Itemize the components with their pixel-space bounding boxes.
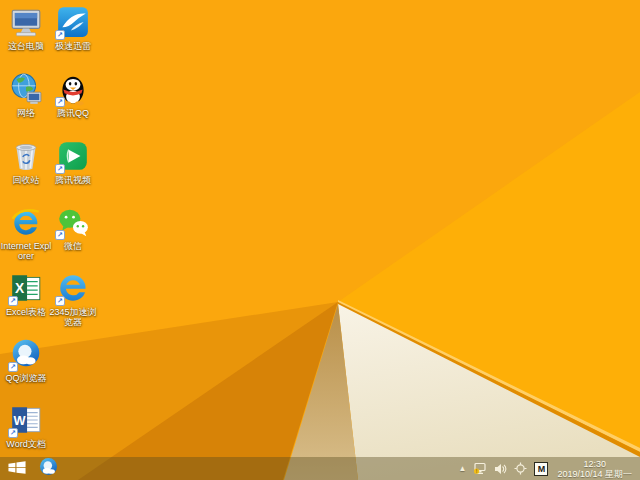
icon-label: 微信 [47, 241, 99, 251]
shortcut-arrow-icon: ↗ [8, 428, 18, 438]
shortcut-arrow-icon: ↗ [8, 296, 18, 306]
shortcut-arrow-icon: ↗ [55, 30, 65, 40]
desktop-icon-recycle-bin[interactable]: 回收站 [0, 139, 52, 185]
clock-date: 2019/10/14 星期一 [557, 469, 632, 479]
icon-label: Excel表格 [0, 307, 52, 317]
desktop-icon-qq-browser[interactable]: ↗ QQ浏览器 [0, 337, 52, 383]
volume-icon[interactable] [494, 463, 507, 475]
clock[interactable]: 12:30 2019/10/14 星期一 [555, 459, 634, 479]
desktop-icon-tencent-qq[interactable]: ↗ 腾讯QQ [47, 72, 99, 118]
desktop-icon-word[interactable]: W ↗ Word文档 [0, 403, 52, 449]
icon-label: 回收站 [0, 175, 52, 185]
clock-time: 12:30 [557, 459, 632, 469]
ime-indicator[interactable]: M [534, 462, 548, 476]
shortcut-arrow-icon: ↗ [55, 296, 65, 306]
recycle-bin-icon [9, 139, 43, 173]
icon-label: 这台电脑 [0, 41, 52, 51]
desktop-icon-2345-browser[interactable]: ↗ 2345加速浏览器 [47, 271, 99, 327]
desktop-icon-tencent-video[interactable]: ↗ 腾讯视频 [47, 139, 99, 185]
windows-logo-icon [8, 460, 26, 478]
shortcut-arrow-icon: ↗ [55, 230, 65, 240]
desktop[interactable]: 这台电脑 ↗ 极速迅雷 [0, 0, 640, 480]
shortcut-arrow-icon: ↗ [55, 97, 65, 107]
taskbar-qq-browser-button[interactable] [38, 457, 59, 480]
chevron-up-icon: ▲ [459, 465, 467, 473]
desktop-icon-excel[interactable]: X ↗ Excel表格 [0, 271, 52, 317]
icon-label: Internet Explorer [0, 241, 52, 261]
this-pc-icon [9, 5, 43, 39]
desktop-icon-network[interactable]: 网络 [0, 72, 52, 118]
network-icon [9, 72, 43, 106]
network-status-icon[interactable]: ! [473, 462, 487, 475]
icon-label: 网络 [0, 108, 52, 118]
svg-text:W: W [14, 413, 27, 428]
desktop-icon-xunlei[interactable]: ↗ 极速迅雷 [47, 5, 99, 51]
icon-label: Word文档 [0, 439, 52, 449]
desktop-icon-wechat[interactable]: ↗ 微信 [47, 205, 99, 251]
taskbar: ▲ ! [0, 457, 640, 480]
show-hidden-icons-button[interactable]: ▲ [459, 465, 467, 473]
icon-label: QQ浏览器 [0, 373, 52, 383]
start-button[interactable] [8, 457, 26, 480]
shortcut-arrow-icon: ↗ [8, 362, 18, 372]
crosshair-tray-icon[interactable] [514, 462, 527, 475]
system-tray: ▲ ! [459, 459, 640, 479]
svg-text:!: ! [476, 468, 478, 474]
icon-label: 腾讯QQ [47, 108, 99, 118]
icon-label: 腾讯视频 [47, 175, 99, 185]
icon-label: 极速迅雷 [47, 41, 99, 51]
internet-explorer-icon [9, 205, 43, 239]
qq-browser-taskbar-icon [38, 456, 59, 480]
icon-label: 2345加速浏览器 [47, 307, 99, 327]
shortcut-arrow-icon: ↗ [55, 164, 65, 174]
desktop-icon-this-pc[interactable]: 这台电脑 [0, 5, 52, 51]
svg-text:X: X [15, 280, 25, 296]
desktop-icon-internet-explorer[interactable]: Internet Explorer [0, 205, 52, 261]
